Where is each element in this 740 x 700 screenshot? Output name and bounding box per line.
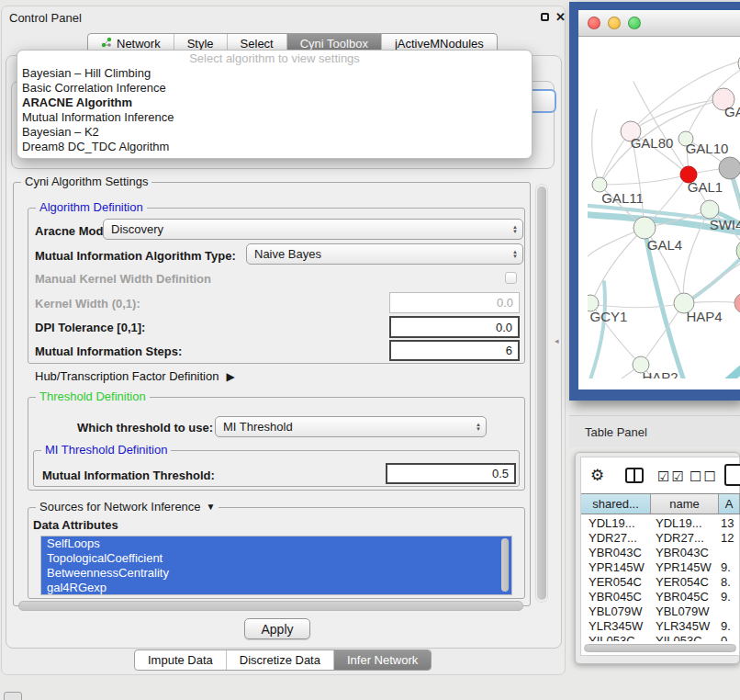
float-icon[interactable] <box>541 13 549 21</box>
attribute-list-scrollbar[interactable] <box>501 538 509 592</box>
minimize-window-icon[interactable] <box>608 17 621 29</box>
manual-kernel-checkbox[interactable] <box>505 272 517 284</box>
network-edge <box>633 82 689 175</box>
tab-label: Network <box>117 37 161 51</box>
cyni-algorithm-settings-title: Cyni Algorithm Settings <box>21 175 151 188</box>
tab-label: Impute Data <box>148 653 213 667</box>
dropdown-item-aracne-algorithm[interactable]: ARACNE Algorithm <box>17 96 532 110</box>
table-cell: YIL053C <box>581 634 650 642</box>
attribute-item-betweennesscentrality[interactable]: BetweennessCentrality <box>41 566 511 581</box>
panel-collapse-arrow-icon[interactable]: ◂ <box>555 336 559 345</box>
zoom-window-icon[interactable] <box>628 17 641 29</box>
table-row[interactable]: YER054CYER054C8. <box>581 574 740 589</box>
table-row[interactable]: YIL053CYIL053C0. <box>581 633 740 641</box>
table-row[interactable]: YBL079WYBL079W <box>581 604 740 618</box>
table-row[interactable]: YPR145WYPR145W9. <box>581 559 740 574</box>
table-cell: 8. <box>717 575 740 589</box>
expand-arrow-icon: ▶ <box>226 370 234 383</box>
table-row[interactable]: YBR043CYBR043C <box>581 545 740 559</box>
mi-steps-field[interactable]: 6 <box>389 340 520 361</box>
tab-label: Style <box>187 37 214 51</box>
table-row[interactable]: YDR27...YDR27...12 <box>581 530 740 545</box>
kernel-width-field[interactable]: 0.0 <box>389 292 520 313</box>
data-attributes-list: SelfLoopsTopologicalCoefficientBetweenne… <box>40 536 512 595</box>
close-icon[interactable]: ✕ <box>555 10 566 24</box>
table-cell: 9. <box>717 590 740 604</box>
column-header-shared[interactable]: shared... <box>581 494 651 514</box>
dropdown-item-bayesian-k2[interactable]: Bayesian – K2 <box>17 125 532 140</box>
threshold-definition-title: Threshold Definition <box>36 390 150 403</box>
kernel-width-value: 0.0 <box>497 296 513 310</box>
gear-icon[interactable]: ⚙ <box>590 468 604 483</box>
hub-definition-expander[interactable]: Hub/Transcription Factor Definition ▶ <box>35 369 235 383</box>
settings-vertical-scrollbar-thumb[interactable] <box>537 186 546 600</box>
network-graph: GALGAL80GAL10GAL1GAL11SWI4GAL4GCY1HAP4YH… <box>588 44 740 378</box>
collapse-arrow-icon[interactable]: ▼ <box>207 502 216 512</box>
tab-label: Discretize Data <box>240 653 320 667</box>
aracne-mode-value: Discovery <box>111 222 163 236</box>
table-cell: YER054C <box>650 575 717 589</box>
which-threshold-combo[interactable]: MI Threshold ▲▼ <box>215 416 487 437</box>
dropdown-item-dream8-dc-tdc-algorithm[interactable]: Dream8 DC_TDC Algorithm <box>17 140 532 154</box>
dropdown-item-basic-correlation-inference[interactable]: Basic Correlation Inference <box>17 81 532 96</box>
mi-type-label: Mutual Information Algorithm Type: <box>35 249 236 263</box>
table-row[interactable]: YBR045CYBR045C9. <box>581 589 740 604</box>
close-window-icon[interactable] <box>588 17 600 29</box>
tab-impute-data[interactable]: Impute Data <box>135 650 226 670</box>
network-icon <box>101 37 112 51</box>
dpi-tolerance-field[interactable]: 0.0 <box>389 316 520 338</box>
apply-button[interactable]: Apply <box>244 618 310 639</box>
node-label-gal11: GAL11 <box>601 190 644 206</box>
which-threshold-value: MI Threshold <box>223 420 293 434</box>
attribute-item-gal4rgexp[interactable]: gal4RGexp <box>41 581 511 595</box>
table-horizontal-scrollbar[interactable] <box>584 644 736 652</box>
manual-kernel-label: Manual Kernel Width Definition <box>35 272 211 286</box>
collapsed-panel-icon[interactable] <box>4 692 22 700</box>
node-label-gal80: GAL80 <box>631 135 674 151</box>
control-panel-title: Control Panel <box>9 11 82 25</box>
network-canvas[interactable]: GALGAL80GAL10GAL1GAL11SWI4GAL4GCY1HAP4YH… <box>588 44 740 378</box>
deselect-all-rows-icon[interactable]: ☐☐ <box>690 469 718 483</box>
table-cell: YLR345W <box>581 619 650 633</box>
attribute-item-topologicalcoefficient[interactable]: TopologicalCoefficient <box>41 551 511 566</box>
dropdown-prompt: Select algorithm to view settings <box>17 51 532 66</box>
column-header-name[interactable]: name <box>651 494 719 514</box>
hub-definition-label: Hub/Transcription Factor Definition <box>35 369 219 383</box>
combo-stepper-icon: ▲▼ <box>508 250 522 259</box>
aracne-mode-combo[interactable]: Discovery ▲▼ <box>103 219 523 240</box>
node-unlabeled[interactable] <box>719 157 740 179</box>
tab-label: Select <box>241 37 274 51</box>
column-header-a[interactable]: A <box>719 494 740 514</box>
columns-icon[interactable] <box>625 468 644 483</box>
table-cell: YDR27... <box>581 531 650 545</box>
table-row[interactable]: YLR345WYLR345W9. <box>581 618 740 633</box>
mi-type-combo[interactable]: Naive Bayes ▲▼ <box>246 243 523 265</box>
settings-horizontal-scrollbar-thumb[interactable] <box>18 601 523 611</box>
table-cell: 0. <box>717 634 740 642</box>
new-table-icon[interactable] <box>724 464 740 486</box>
network-edge <box>631 99 723 131</box>
tab-discretize-data[interactable]: Discretize Data <box>226 650 333 670</box>
table-cell: YBR045C <box>650 590 717 604</box>
tab-infer-network[interactable]: Infer Network <box>333 650 431 670</box>
table-body: YDL19...YDL19...13YDR27...YDR27...12YBR0… <box>581 515 740 641</box>
cyni-bottom-tabbar: Impute DataDiscretize DataInfer Network <box>134 649 432 671</box>
attribute-item-selfloops[interactable]: SelfLoops <box>41 536 511 551</box>
network-window-titlebar[interactable] <box>578 10 740 37</box>
dropdown-item-mutual-information-inference[interactable]: Mutual Information Inference <box>17 110 532 125</box>
node-gal4[interactable] <box>633 217 656 239</box>
table-cell: YPR145W <box>581 560 650 574</box>
node-swi4[interactable] <box>701 200 719 219</box>
select-all-rows-icon[interactable]: ☑☑ <box>657 469 686 483</box>
table-cell: YPR145W <box>650 560 717 574</box>
table-cell: YDL19... <box>650 516 717 530</box>
dropdown-item-bayesian-hill-climbing[interactable]: Bayesian – Hill Climbing <box>17 66 532 81</box>
table-row[interactable]: YDL19...YDL19...13 <box>581 515 740 530</box>
combo-stepper-icon: ▲▼ <box>471 423 486 432</box>
mi-threshold-field[interactable]: 0.5 <box>386 463 516 484</box>
algorithm-dropdown-popup: Select algorithm to view settings Bayesi… <box>17 50 533 159</box>
network-edge <box>600 175 689 185</box>
table-panel-bar: Table Panel <box>569 415 740 447</box>
table-cell: YDL19... <box>581 516 650 530</box>
dpi-tolerance-value: 0.0 <box>496 321 512 334</box>
